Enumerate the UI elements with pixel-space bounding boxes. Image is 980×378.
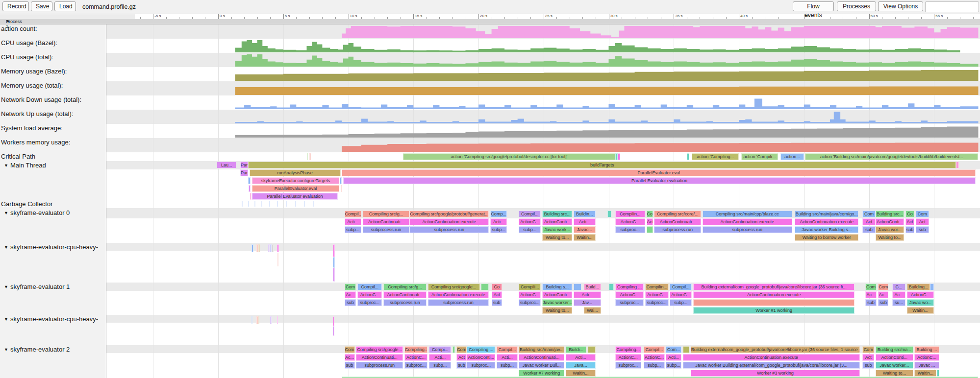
event-bar-main-thread[interactable]: [340, 177, 342, 184]
event-bar-skyframe-evaluator-0[interactable]: Act: [647, 218, 653, 225]
event-bar-garbage-collector[interactable]: [277, 201, 278, 207]
load-button[interactable]: Load: [54, 1, 76, 11]
event-bar-skyframe-evaluator-0[interactable]: subproc...: [615, 226, 645, 233]
event-bar-skyframe-evaluator-2[interactable]: sub: [862, 362, 874, 369]
event-bar-skyframe-evaluator-0[interactable]: Com: [862, 211, 876, 217]
event-bar-skyframe-evaluator-2[interactable]: Acti...: [497, 354, 518, 361]
event-bar-skyframe-evaluator-1[interactable]: subproc...: [645, 299, 669, 306]
event-bar-skyframe-evaluator-1[interactable]: subproc...: [519, 299, 541, 306]
event-bar-skyframe-evaluator-cpu-heavy-1[interactable]: [258, 316, 259, 324]
event-bar-skyframe-evaluator-0[interactable]: ActionContinuation.execute: [703, 218, 792, 225]
counter-chart-action-count[interactable]: [0, 25, 980, 38]
event-bar-main-thread[interactable]: Lau...: [217, 162, 236, 168]
event-bar-skyframe-evaluator-1[interactable]: ActionContinuation.execute: [693, 291, 854, 298]
event-bar-skyframe-evaluator-cpu-heavy-1[interactable]: [256, 316, 258, 324]
event-bar-skyframe-evaluator-2[interactable]: ActionC...: [404, 354, 428, 361]
event-bar-skyframe-evaluator-2[interactable]: Com: [456, 346, 467, 353]
event-bar-skyframe-evaluator-1[interactable]: Compiling src/g...: [383, 284, 427, 290]
event-bar-critical-path[interactable]: action 'Compiling src/google/protobuf/de…: [403, 153, 615, 160]
event-bar-skyframe-evaluator-2[interactable]: Ac...: [345, 354, 355, 361]
event-bar-main-thread[interactable]: [250, 193, 251, 200]
event-bar-main-thread[interactable]: ParallelEvaluator.eval: [342, 169, 976, 176]
track-group-skyframe-evaluator-cpu-heavy-[interactable]: ▼skyframe-evaluator-cpu-heavy-: [4, 243, 98, 251]
event-bar-skyframe-evaluator-1[interactable]: Javac worker...: [542, 299, 572, 306]
event-bar-garbage-collector[interactable]: [242, 201, 243, 207]
event-bar-skyframe-evaluator-0[interactable]: Compil...: [345, 211, 362, 217]
track-group-main-thread[interactable]: ▼Main Thread: [4, 162, 46, 169]
event-bar-main-thread[interactable]: [956, 162, 958, 168]
event-bar-skyframe-evaluator-1[interactable]: ActionC...: [907, 291, 934, 298]
event-bar-main-thread[interactable]: [341, 185, 342, 192]
event-bar-skyframe-evaluator-0[interactable]: subp...: [490, 226, 507, 233]
event-bar-skyframe-evaluator-0[interactable]: Buildin...: [574, 211, 596, 217]
event-bar-garbage-collector[interactable]: [248, 201, 249, 207]
counter-chart-cpu-usage-total-[interactable]: [0, 54, 980, 67]
event-bar-skyframe-evaluator-2[interactable]: Act: [862, 354, 874, 361]
event-bar-skyframe-evaluator-0[interactable]: Acti...: [345, 218, 362, 225]
event-bar-skyframe-evaluator-1[interactable]: Jav...: [574, 299, 601, 306]
event-bar-skyframe-evaluator-0[interactable]: Com: [916, 211, 929, 217]
event-bar-skyframe-evaluator-0[interactable]: ActionConti...: [876, 218, 904, 225]
event-bar-garbage-collector[interactable]: [286, 201, 287, 207]
collapse-arrow-icon[interactable]: ▼: [4, 284, 8, 289]
event-bar-skyframe-evaluator-1[interactable]: Ac...: [345, 291, 356, 298]
event-bar-skyframe-evaluator-2[interactable]: [452, 346, 455, 353]
event-bar-skyframe-evaluator-0[interactable]: Waiting to borrow worker: [795, 234, 858, 241]
event-bar-skyframe-evaluator-0[interactable]: Javac worker Building s...: [795, 226, 858, 233]
event-bar-skyframe-evaluator-1[interactable]: Wai...: [584, 307, 601, 314]
counter-chart-system-load-average[interactable]: [0, 125, 980, 138]
event-bar-skyframe-evaluator-0[interactable]: Javac wor...: [876, 226, 904, 233]
event-bar-skyframe-evaluator-2[interactable]: Javac worker...: [876, 362, 913, 369]
event-bar-skyframe-evaluator-2[interactable]: Compiling src/google...: [356, 346, 403, 353]
event-bar-skyframe-evaluator-1[interactable]: [609, 284, 614, 290]
event-bar-skyframe-evaluator-2[interactable]: [937, 370, 939, 377]
event-bar-skyframe-evaluator-2[interactable]: ActionConti...: [467, 354, 495, 361]
event-bar-skyframe-evaluator-2[interactable]: Acti...: [566, 354, 596, 361]
track-group-skyframe-evaluator-0[interactable]: ▼skyframe-evaluator 0: [4, 209, 70, 216]
event-bar-skyframe-evaluator-1[interactable]: Act: [492, 291, 502, 298]
event-bar-skyframe-evaluator-0[interactable]: Compilin...: [615, 211, 645, 217]
event-bar-skyframe-evaluator-2[interactable]: subproc...: [467, 362, 495, 369]
event-bar-critical-path[interactable]: [618, 153, 620, 160]
event-bar-skyframe-evaluator-0[interactable]: Waiting to...: [876, 234, 904, 241]
track-group-skyframe-evaluator-cpu-heavy-[interactable]: ▼skyframe-evaluator-cpu-heavy-: [4, 315, 98, 323]
event-bar-skyframe-evaluator-1[interactable]: ActionC...: [670, 291, 692, 298]
event-bar-skyframe-evaluator-cpu-heavy-0[interactable]: [333, 244, 335, 257]
event-bar-skyframe-evaluator-cpu-heavy-1[interactable]: [333, 326, 334, 336]
event-bar-skyframe-evaluator-0[interactable]: Compiling src/core/...: [654, 211, 701, 217]
event-bar-critical-path[interactable]: [307, 153, 308, 160]
event-bar-skyframe-evaluator-cpu-heavy-1[interactable]: [277, 316, 278, 324]
collapse-arrow-icon[interactable]: ▼: [4, 317, 8, 322]
event-bar-skyframe-evaluator-1[interactable]: Waiting to...: [542, 307, 572, 314]
event-bar-skyframe-evaluator-cpu-heavy-0[interactable]: [256, 244, 258, 252]
event-bar-skyframe-evaluator-1[interactable]: subprocess.run: [383, 299, 427, 306]
event-bar-skyframe-evaluator-2[interactable]: Building src/ma...: [876, 346, 913, 353]
event-bar-skyframe-evaluator-0[interactable]: ActionContinuati...: [363, 218, 410, 225]
event-bar-skyframe-evaluator-2[interactable]: ActionContinuati...: [519, 354, 564, 361]
event-bar-skyframe-evaluator-1[interactable]: ActionConti...: [542, 291, 572, 298]
event-bar-garbage-collector[interactable]: [269, 201, 270, 207]
event-bar-skyframe-evaluator-0[interactable]: Comp...: [490, 211, 507, 217]
event-bar-skyframe-evaluator-2[interactable]: Waitin...: [914, 370, 936, 377]
event-bar-skyframe-evaluator-2[interactable]: Waiting to...: [876, 370, 913, 377]
event-bar-skyframe-evaluator-cpu-heavy-1[interactable]: [270, 316, 272, 324]
event-bar-skyframe-evaluator-1[interactable]: Compiling src/google...: [428, 284, 480, 290]
event-bar-skyframe-evaluator-0[interactable]: Acti...: [490, 218, 507, 225]
event-bar-skyframe-evaluator-0[interactable]: Acti...: [574, 218, 596, 225]
event-bar-skyframe-evaluator-2[interactable]: subp...: [666, 362, 681, 369]
event-bar-main-thread[interactable]: Par: [240, 169, 248, 176]
event-bar-skyframe-evaluator-1[interactable]: su...: [892, 299, 905, 306]
event-bar-skyframe-evaluator-cpu-heavy-1[interactable]: [251, 316, 253, 324]
event-bar-skyframe-evaluator-1[interactable]: [930, 284, 934, 290]
event-bar-skyframe-evaluator-2[interactable]: Buildi...: [566, 346, 587, 353]
event-bar-skyframe-evaluator-2[interactable]: Javac worker Buil...: [519, 362, 564, 369]
event-bar-skyframe-evaluator-1[interactable]: subp...: [670, 299, 692, 306]
event-bar-critical-path[interactable]: [309, 153, 311, 160]
event-bar-critical-path[interactable]: action 'Building src/main/java/com/googl…: [805, 153, 978, 160]
event-bar-skyframe-evaluator-cpu-heavy-0[interactable]: [277, 253, 278, 266]
event-bar-skyframe-evaluator-cpu-heavy-0[interactable]: [258, 244, 260, 252]
event-bar-skyframe-evaluator-0[interactable]: subprocess.run: [363, 226, 410, 233]
event-bar-skyframe-evaluator-1[interactable]: Com: [865, 284, 877, 290]
event-bar-skyframe-evaluator-1[interactable]: Acti...: [574, 291, 601, 298]
event-bar-skyframe-evaluator-2[interactable]: Worker #3 working: [691, 370, 860, 377]
